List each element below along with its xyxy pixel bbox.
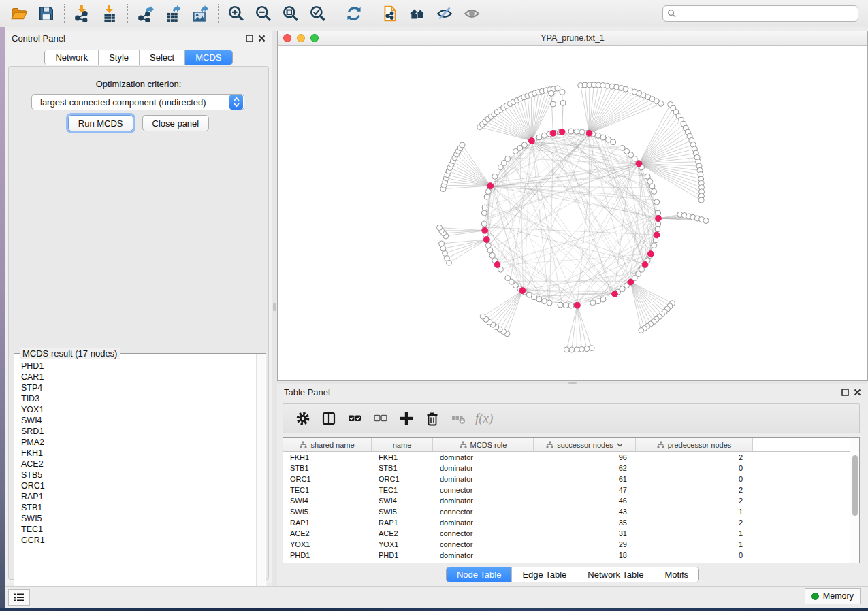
- control-tab-select[interactable]: Select: [140, 50, 185, 65]
- table-row[interactable]: ORC1ORC1dominator610: [283, 474, 859, 484]
- mcds-result-item[interactable]: PHD1: [21, 361, 255, 371]
- run-mcds-button[interactable]: Run MCDS: [68, 115, 133, 131]
- mcds-result-scrollbar[interactable]: [256, 354, 265, 606]
- mcds-result-title: MCDS result (17 nodes): [20, 348, 120, 359]
- memory-button[interactable]: Memory: [805, 588, 861, 604]
- show-graphics-details-button[interactable]: [458, 2, 485, 25]
- table-row[interactable]: ACE2ACE2connector311: [283, 528, 859, 539]
- mcds-result-item[interactable]: PMA2: [21, 437, 255, 448]
- mcds-result-item[interactable]: TID3: [21, 393, 255, 404]
- export-table-icon: [164, 5, 182, 22]
- column-header-MCDS-role[interactable]: MCDS role: [433, 438, 534, 451]
- column-header-name[interactable]: name: [372, 438, 433, 451]
- task-history-button[interactable]: [8, 589, 30, 606]
- vertical-splitter[interactable]: [272, 31, 277, 586]
- table-cell: ACE2: [283, 528, 372, 539]
- splitter-handle[interactable]: [568, 382, 577, 384]
- export-network-button[interactable]: [132, 2, 159, 25]
- zoom-selected-icon: [309, 5, 327, 22]
- delete-table-button[interactable]: [445, 406, 471, 431]
- close-panel-icon[interactable]: [258, 35, 266, 42]
- table-cell: dominator: [433, 474, 534, 484]
- zoom-in-button[interactable]: [223, 2, 250, 25]
- create-column-button[interactable]: [393, 406, 419, 431]
- mcds-result-item[interactable]: RAP1: [21, 491, 255, 502]
- column-label: MCDS role: [470, 441, 507, 449]
- houses-icon: [408, 5, 426, 22]
- control-tab-mcds[interactable]: MCDS: [185, 50, 231, 65]
- refresh-button[interactable]: [340, 2, 368, 25]
- open-session-button[interactable]: [5, 2, 33, 25]
- show-all-networks-button[interactable]: [404, 2, 431, 25]
- import-network-button[interactable]: [69, 2, 96, 25]
- control-tab-network[interactable]: Network: [45, 50, 99, 65]
- zoom-out-button[interactable]: [250, 2, 277, 25]
- table-settings-button[interactable]: [290, 406, 316, 431]
- search-field[interactable]: [662, 5, 858, 22]
- zoom-fit-button[interactable]: [277, 2, 304, 25]
- table-tab-edge-table[interactable]: Edge Table: [512, 567, 577, 582]
- mcds-result-item[interactable]: ORC1: [21, 480, 255, 491]
- mcds-result-item[interactable]: FKH1: [21, 448, 255, 459]
- delete-column-button[interactable]: [419, 406, 445, 431]
- scrollbar-thumb[interactable]: [852, 455, 858, 516]
- export-table-button[interactable]: [159, 2, 187, 25]
- hide-graphics-details-button[interactable]: [431, 2, 458, 25]
- column-type-icon: [300, 441, 307, 448]
- table-tab-motifs[interactable]: Motifs: [654, 567, 698, 582]
- mcds-result-item[interactable]: SWI4: [21, 415, 255, 426]
- select-all-button[interactable]: [342, 406, 368, 431]
- deselect-all-button[interactable]: [368, 406, 393, 431]
- column-header-predecessor-nodes[interactable]: predecessor nodes: [636, 438, 753, 451]
- mcds-result-item[interactable]: STP4: [21, 382, 255, 393]
- table-row[interactable]: RAP1RAP1dominator352: [283, 517, 859, 528]
- table-cell: STB1: [283, 463, 372, 474]
- control-tab-style[interactable]: Style: [99, 50, 140, 65]
- new-network-from-selection-button[interactable]: [376, 2, 404, 25]
- float-panel-icon[interactable]: [841, 389, 849, 396]
- table-row[interactable]: TEC1TEC1connector472: [283, 484, 859, 495]
- import-table-button[interactable]: [96, 2, 123, 25]
- toolbar-separator: [336, 4, 336, 23]
- split-table-button[interactable]: [316, 406, 342, 431]
- search-icon: [667, 9, 676, 18]
- network-canvas[interactable]: [278, 46, 867, 380]
- control-panel: Control Panel NetworkStyleSelectMCDS Opt…: [5, 31, 272, 583]
- close-panel-button[interactable]: Close panel: [142, 115, 210, 131]
- float-panel-icon[interactable]: [246, 35, 253, 42]
- column-header-successor-nodes[interactable]: successor nodes: [534, 438, 636, 451]
- mcds-result-item[interactable]: YOX1: [21, 404, 255, 415]
- zoom-selected-button[interactable]: [304, 2, 332, 25]
- optimization-criterion-select[interactable]: largest connected component (undirected): [31, 94, 244, 110]
- table-row[interactable]: STB1STB1dominator620: [283, 463, 859, 474]
- table-row[interactable]: YOX1YOX1connector291: [283, 539, 859, 550]
- table-row[interactable]: SWI5SWI5connector431: [283, 506, 859, 517]
- save-session-button[interactable]: [33, 2, 60, 25]
- mcds-result-item[interactable]: STB5: [21, 469, 255, 480]
- table-tab-node-table[interactable]: Node Table: [447, 567, 513, 582]
- function-builder-button[interactable]: f(x): [475, 411, 493, 426]
- table-row[interactable]: SWI4SWI4dominator462: [283, 495, 859, 506]
- network-window-title: YPA_prune.txt_1: [278, 33, 867, 43]
- toolbar-separator: [127, 4, 128, 23]
- search-input[interactable]: [679, 9, 854, 18]
- table-row[interactable]: PHD1PHD1dominator180: [283, 550, 859, 561]
- control-panel-title: Control Panel: [12, 33, 65, 44]
- table-scrollbar[interactable]: [850, 438, 859, 563]
- mcds-result-item[interactable]: SWI5: [21, 513, 255, 524]
- optimization-criterion-value: largest connected component (undirected): [32, 97, 229, 108]
- export-image-button[interactable]: [187, 2, 214, 25]
- close-panel-icon[interactable]: [854, 389, 861, 396]
- table-cell: STB1: [372, 463, 433, 474]
- mcds-result-item[interactable]: STB1: [21, 502, 255, 513]
- column-header-shared-name[interactable]: shared name: [283, 438, 372, 451]
- mcds-result-item[interactable]: ACE2: [21, 459, 255, 469]
- mcds-result-item[interactable]: CAR1: [21, 371, 255, 382]
- table-row[interactable]: FKH1FKH1dominator962: [283, 452, 859, 463]
- splitter-handle[interactable]: [273, 303, 276, 311]
- mcds-result-item[interactable]: GCR1: [21, 535, 255, 546]
- table-tab-network-table[interactable]: Network Table: [577, 567, 654, 582]
- mcds-result-item[interactable]: TEC1: [21, 524, 255, 535]
- mcds-result-item[interactable]: SRD1: [21, 426, 255, 437]
- mcds-result-box: MCDS result (17 nodes) PHD1CAR1STP4TID3Y…: [14, 353, 266, 608]
